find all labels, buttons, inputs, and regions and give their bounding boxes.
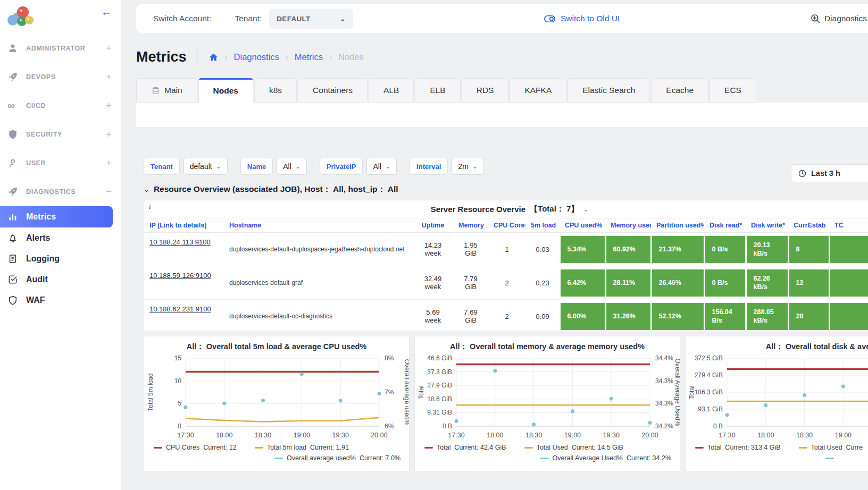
check-square-icon	[7, 274, 19, 285]
tab-label: RDS	[477, 86, 494, 95]
time-range-button[interactable]: Last 3 h	[791, 164, 868, 182]
legend-row	[686, 453, 868, 463]
plus-icon[interactable]: +	[106, 43, 112, 54]
metric-value: 0 B/s	[705, 236, 745, 263]
svg-text:Total: Total	[418, 385, 425, 399]
tab-main[interactable]: Main	[136, 78, 197, 103]
table-row: 10.188.24.113:9100duploservices-default-…	[144, 233, 868, 266]
col-header-cpu-used[interactable]: CPU used%	[560, 218, 605, 233]
col-header-5m-load[interactable]: 5m load	[525, 218, 560, 233]
legend-item-overall-average-used[interactable]: Overall Average Used% Current: 34.2%	[540, 454, 672, 462]
tab-ecache[interactable]: Ecache	[651, 78, 708, 103]
filter-value-dropdown[interactable]: All⌄	[366, 158, 397, 175]
legend-row: Overall average used% Current: 7.0%	[144, 453, 409, 463]
svg-text:37.3 GiB: 37.3 GiB	[427, 368, 452, 376]
col-header-hostname[interactable]: Hostname	[224, 218, 413, 233]
tab-nodes[interactable]: Nodes	[198, 78, 253, 103]
tab-elb[interactable]: ELB	[415, 78, 460, 103]
home-icon[interactable]	[208, 52, 219, 62]
metric-cell: 12	[788, 266, 829, 300]
caret-down-icon[interactable]: ⌄	[583, 206, 588, 213]
legend-text: Total 5m load Current: 1.91	[267, 444, 349, 451]
plus-icon[interactable]: +	[106, 71, 112, 83]
minus-icon[interactable]: −	[106, 186, 112, 198]
plus-icon[interactable]: +	[106, 157, 112, 169]
chart-panel-0: All： Overall total 5m load & average CPU…	[144, 336, 410, 472]
tab-containers[interactable]: Containers	[298, 78, 368, 103]
svg-text:19:30: 19:30	[603, 432, 620, 439]
filter-value-dropdown[interactable]: default⌄	[183, 158, 228, 175]
sidebar-item-alerts[interactable]: Alerts	[0, 227, 121, 248]
switch-to-old-ui-link[interactable]: Switch to Old UI	[561, 14, 620, 23]
breadcrumb-metrics[interactable]: Metrics	[295, 52, 323, 62]
col-header-partition-used[interactable]: Partition used%*	[651, 218, 704, 233]
metric-cell: 60.92%	[605, 233, 651, 266]
col-header-memory[interactable]: Memory	[453, 218, 488, 233]
col-header-disk-read[interactable]: Disk read*	[704, 218, 746, 233]
col-header-currestab[interactable]: CurrEstab	[788, 218, 829, 233]
sidebar-item-metrics[interactable]: Metrics	[0, 206, 113, 227]
tenant-dropdown[interactable]: DEFAULT ⌄	[269, 9, 353, 29]
tab-ecs[interactable]: ECS	[710, 78, 756, 103]
plus-icon[interactable]: +	[106, 100, 112, 112]
col-header-tc[interactable]: TC	[829, 218, 868, 233]
caret-down-icon[interactable]: ⌄	[144, 185, 149, 193]
legend-item-total[interactable]: Total Current: 313.4 GiB	[695, 444, 781, 451]
tab-elastic-search[interactable]: Elastic Search	[567, 78, 650, 103]
sidebar-item-label: WAF	[26, 295, 45, 305]
legend-item-series[interactable]	[825, 458, 838, 459]
scatter-point	[841, 385, 845, 388]
tab-k8s[interactable]: k8s	[254, 78, 297, 103]
metric-value: 62.26 kB/s	[747, 269, 788, 297]
metric-value: 21.37%	[652, 236, 704, 263]
sidebar-item-audit[interactable]: Audit	[0, 269, 121, 290]
legend-item-cpu-cores[interactable]: CPU Cores Current: 12	[154, 444, 237, 451]
sidebar-item-logging[interactable]: Logging	[0, 248, 121, 269]
filter-value-dropdown[interactable]: 2m⌄	[452, 158, 484, 175]
svg-text:20:00: 20:00	[371, 432, 387, 439]
collapse-sidebar-icon[interactable]: ←	[101, 6, 112, 17]
legend-item-total-used[interactable]: Total Used Current: 14.5 GiB	[524, 444, 623, 451]
sidebar-section-administrator[interactable]: ADMINISTRATOR+	[0, 34, 121, 63]
sidebar-section-devops[interactable]: DEVOPS+	[0, 63, 121, 91]
bell-icon	[7, 233, 19, 243]
ip-link[interactable]: 10.188.59.126:9100	[149, 272, 211, 280]
legend-item-total[interactable]: Total Current: 42.4 GiB	[424, 444, 506, 451]
filter-value-dropdown[interactable]: All⌄	[277, 158, 307, 175]
metric-cell: 20.13 kB/s	[746, 233, 788, 266]
sidebar-section-ci-cd[interactable]: ∞CI/CD+	[0, 91, 121, 120]
plus-icon[interactable]: +	[106, 129, 112, 140]
col-header-ip-link-to-details[interactable]: IP (Link to details)	[144, 218, 224, 233]
tab-rds[interactable]: RDS	[462, 78, 509, 103]
legend-item-overall-average-used[interactable]: Overall average used% Current: 7.0%	[274, 454, 400, 462]
col-header-disk-write[interactable]: Disk write*	[746, 218, 788, 233]
sidebar-section-label: SECURITY	[26, 131, 106, 138]
breadcrumb-diagnostics[interactable]: Diagnostics	[234, 52, 279, 62]
legend-row: CPU Cores Current: 12Total 5m load Curre…	[144, 442, 409, 453]
col-header-memory-used[interactable]: Memory used%	[605, 218, 651, 233]
ip-cell: 10.188.24.113:9100	[144, 233, 224, 266]
chart-canvas: 1510508%7%6%17:3018:0018:3019:0019:3020:…	[144, 354, 410, 441]
tab-alb[interactable]: ALB	[369, 78, 414, 103]
legend-item-total-5m-load[interactable]: Total 5m load Current: 1.91	[255, 444, 349, 451]
tab-kafka[interactable]: KAFKA	[510, 78, 566, 103]
sidebar-item-waf[interactable]: WAF	[0, 290, 121, 310]
resource-overview-header: ⌄ Resource Overview (associated JOB), Ho…	[144, 184, 868, 195]
sidebar-section-user[interactable]: USER+	[0, 149, 121, 178]
metric-cell: 6.00%	[560, 300, 605, 332]
app-root: ← ADMINISTRATOR+DEVOPS+∞CI/CD+SECURITY+U…	[0, 0, 868, 490]
app-logo[interactable]	[5, 4, 35, 32]
tab-label: ECS	[724, 86, 741, 95]
ip-link[interactable]: 10.188.24.113:9100	[149, 238, 211, 246]
sidebar-section-security[interactable]: SECURITY+	[0, 120, 121, 149]
sidebar-section-diagnostics[interactable]: DIAGNOSTICS−	[0, 178, 121, 206]
ip-link[interactable]: 10.188.62.231:9100	[149, 305, 211, 313]
info-icon[interactable]: i	[149, 202, 151, 211]
filter-name: NameAll⌄	[240, 158, 307, 175]
col-header-uptime[interactable]: Uptime	[413, 218, 453, 233]
svg-text:18:30: 18:30	[255, 432, 271, 439]
diagnostics-shortcut[interactable]: Diagnostics	[810, 13, 868, 24]
legend-item-total-used[interactable]: Total Used Curre	[799, 444, 863, 451]
svg-text:Overall Average Used%: Overall Average Used%	[674, 358, 680, 426]
col-header-cpu-cores[interactable]: CPU Cores	[488, 218, 525, 233]
